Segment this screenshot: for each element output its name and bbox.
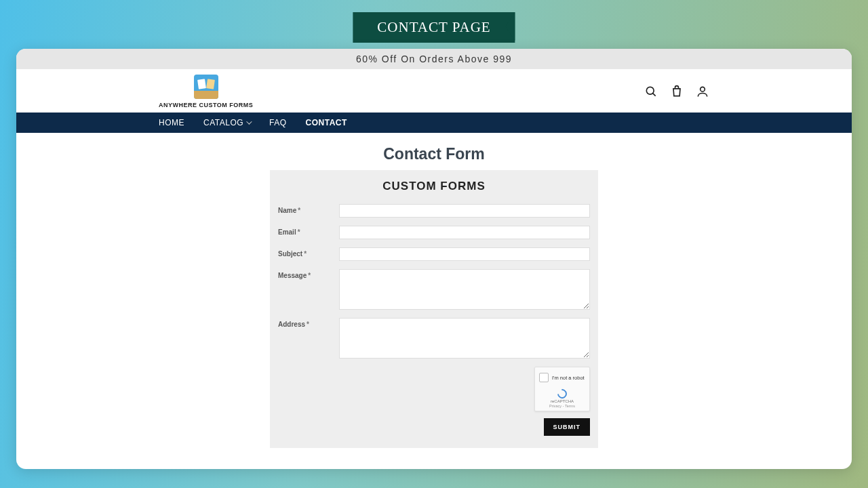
- email-input[interactable]: [339, 226, 590, 239]
- required-mark: *: [307, 321, 309, 328]
- nav-faq[interactable]: FAQ: [269, 118, 287, 127]
- app-card: 60% Off On Orders Above 999 ANYWHERE CUS…: [16, 49, 852, 469]
- nav-label: HOME: [159, 118, 184, 127]
- name-input[interactable]: [339, 204, 590, 218]
- nav-label: CONTACT: [306, 118, 347, 127]
- field-label: Email*: [278, 226, 339, 236]
- search-icon[interactable]: [644, 85, 658, 98]
- submit-row: SUBMIT: [278, 418, 590, 436]
- recaptcha-brand: reCAPTCHA: [539, 399, 585, 403]
- field-row-address: Address*: [278, 318, 590, 359]
- contact-form-panel: CUSTOM FORMS Name* Email* Subject* Messa…: [270, 170, 598, 448]
- user-icon[interactable]: [696, 85, 709, 98]
- field-label: Message*: [278, 269, 339, 279]
- nav-contact[interactable]: CONTACT: [306, 118, 347, 127]
- logo-text: ANYWHERE CUSTOM FORMS: [159, 102, 253, 108]
- nav-label: CATALOG: [203, 118, 243, 127]
- message-input[interactable]: [339, 269, 590, 310]
- svg-point-2: [701, 87, 705, 92]
- recaptcha-logo-icon: [557, 389, 567, 399]
- captcha-row: I'm not a robot reCAPTCHA Privacy - Term…: [278, 367, 590, 411]
- field-label: Address*: [278, 318, 339, 328]
- promo-bar: 60% Off On Orders Above 999: [16, 49, 852, 69]
- required-mark: *: [298, 207, 300, 214]
- svg-line-1: [653, 94, 656, 96]
- nav-home[interactable]: HOME: [159, 118, 184, 127]
- required-mark: *: [304, 250, 307, 258]
- chevron-down-icon: [246, 119, 252, 124]
- page-ribbon: CONTACT PAGE: [353, 12, 515, 43]
- page-title: Contact Form: [16, 145, 852, 163]
- main-nav: HOME CATALOG FAQ CONTACT: [16, 113, 852, 133]
- nav-label: FAQ: [269, 118, 287, 127]
- svg-point-0: [646, 87, 654, 94]
- site-header: ANYWHERE CUSTOM FORMS: [16, 69, 852, 113]
- field-row-message: Message*: [278, 269, 590, 310]
- bag-icon[interactable]: [670, 85, 684, 98]
- field-row-name: Name*: [278, 204, 590, 218]
- required-mark: *: [298, 228, 300, 236]
- field-row-email: Email*: [278, 226, 590, 239]
- nav-catalog[interactable]: CATALOG: [203, 118, 250, 127]
- address-input[interactable]: [339, 318, 590, 359]
- submit-button[interactable]: SUBMIT: [544, 418, 591, 436]
- logo-icon: [194, 75, 218, 99]
- required-mark: *: [308, 272, 311, 279]
- recaptcha-label: I'm not a robot: [552, 375, 585, 381]
- ribbon-title: CONTACT PAGE: [377, 19, 490, 35]
- field-label: Subject*: [278, 247, 339, 258]
- field-label: Name*: [278, 204, 339, 214]
- recaptcha-checkbox[interactable]: [539, 373, 549, 382]
- subject-input[interactable]: [339, 247, 590, 261]
- form-heading: CUSTOM FORMS: [278, 180, 590, 193]
- recaptcha-links[interactable]: Privacy - Terms: [539, 404, 585, 408]
- field-row-subject: Subject*: [278, 247, 590, 261]
- recaptcha-widget[interactable]: I'm not a robot reCAPTCHA Privacy - Term…: [534, 367, 590, 411]
- logo[interactable]: ANYWHERE CUSTOM FORMS: [159, 75, 253, 108]
- header-icons: [644, 85, 709, 98]
- promo-text: 60% Off On Orders Above 999: [356, 54, 512, 64]
